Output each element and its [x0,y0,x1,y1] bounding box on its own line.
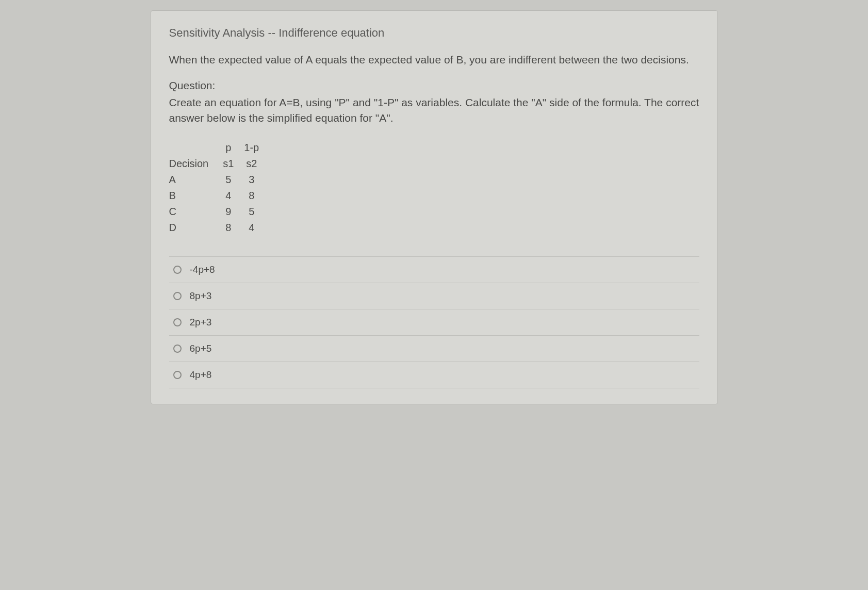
table-cell [169,140,218,156]
option-label: -4p+8 [190,264,215,275]
option-label: 8p+3 [190,290,212,302]
radio-option[interactable]: 8p+3 [169,283,699,309]
radio-icon [173,266,182,274]
quiz-card: Sensitivity Analysis -- Indifference equ… [151,10,718,404]
radio-option[interactable]: -4p+8 [169,256,699,283]
radio-icon [173,345,182,353]
table-cell: 8 [239,188,264,204]
table-state-header: Decision s1 s2 [169,156,265,172]
option-label: 2p+3 [190,317,212,328]
table-cell: p [218,140,239,156]
table-cell: 1-p [239,140,264,156]
question-text: Create an equation for A=B, using "P" an… [169,95,699,125]
intro-text: When the expected value of A equals the … [169,52,699,67]
radio-icon [173,292,182,300]
table-cell: s1 [218,156,239,172]
table-row: C 9 5 [169,204,265,220]
table-cell: 5 [239,204,264,220]
radio-icon [173,371,182,379]
question-label: Question: [169,79,699,92]
table-row: D 8 4 [169,220,265,236]
question-title: Sensitivity Analysis -- Indifference equ… [169,26,699,40]
option-label: 6p+5 [190,343,212,354]
table-cell: A [169,172,218,188]
table-cell: 8 [218,220,239,236]
table-cell: B [169,188,218,204]
table-prob-header: p 1-p [169,140,265,156]
radio-icon [173,318,182,326]
table-row: A 5 3 [169,172,265,188]
table-cell: s2 [239,156,264,172]
table-cell: Decision [169,156,218,172]
table-cell: D [169,220,218,236]
table-cell: 3 [239,172,264,188]
radio-option[interactable]: 4p+8 [169,362,699,388]
option-label: 4p+8 [190,369,212,381]
radio-option[interactable]: 6p+5 [169,335,699,362]
decision-table: p 1-p Decision s1 s2 A 5 3 B 4 8 C 9 5 D… [169,140,265,236]
table-cell: C [169,204,218,220]
options-list: -4p+8 8p+3 2p+3 6p+5 4p+8 [169,256,699,388]
table-cell: 5 [218,172,239,188]
table-row: B 4 8 [169,188,265,204]
table-cell: 4 [239,220,264,236]
radio-option[interactable]: 2p+3 [169,309,699,335]
table-cell: 9 [218,204,239,220]
table-cell: 4 [218,188,239,204]
